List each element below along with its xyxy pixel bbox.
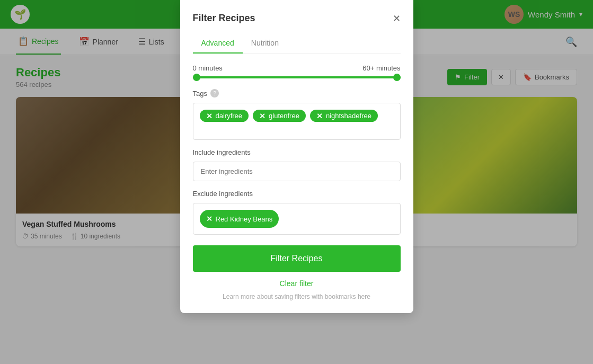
tab-nutrition[interactable]: Nutrition (243, 34, 287, 54)
tag-glutenfree[interactable]: ✕ glutenfree (253, 110, 306, 122)
include-label: Include ingredients (193, 148, 401, 156)
tag-nightshadefree[interactable]: ✕ nightshadefree (310, 110, 378, 122)
exclude-label: Exclude ingredients (193, 190, 401, 198)
tags-label: Tags ? (193, 89, 401, 97)
remove-tag-icon: ✕ (259, 112, 265, 120)
range-track[interactable] (193, 76, 401, 78)
filter-modal: Filter Recipes ✕ Advanced Nutrition 0 mi… (180, 0, 413, 257)
tags-box: ✕ dairyfree ✕ glutenfree ✕ nightshadefre… (193, 103, 401, 140)
time-max-label: 60+ minutes (362, 64, 400, 72)
tag-red-kidney-beans[interactable]: ✕ Red Kidney Beans (200, 210, 279, 228)
modal-tabs: Advanced Nutrition (193, 34, 401, 54)
range-thumb-right[interactable] (393, 74, 401, 81)
remove-tag-icon: ✕ (316, 112, 323, 120)
exclude-box: ✕ Red Kidney Beans (193, 203, 401, 235)
time-min-label: 0 minutes (193, 64, 223, 72)
modal-title: Filter Recipes (193, 13, 255, 24)
remove-excluded-icon: ✕ (206, 215, 213, 223)
tab-advanced[interactable]: Advanced (193, 34, 243, 54)
time-range-container: 0 minutes 60+ minutes (193, 64, 401, 78)
filter-recipes-button[interactable]: Filter Recipes (193, 245, 401, 257)
modal-header: Filter Recipes ✕ (193, 13, 401, 24)
include-ingredients-input[interactable] (193, 162, 401, 181)
tag-dairyfree[interactable]: ✕ dairyfree (200, 110, 249, 122)
range-thumb-left[interactable] (193, 74, 200, 81)
time-range-labels: 0 minutes 60+ minutes (193, 64, 401, 72)
remove-tag-icon: ✕ (206, 112, 213, 120)
help-icon[interactable]: ? (210, 89, 219, 97)
close-button[interactable]: ✕ (393, 14, 401, 23)
